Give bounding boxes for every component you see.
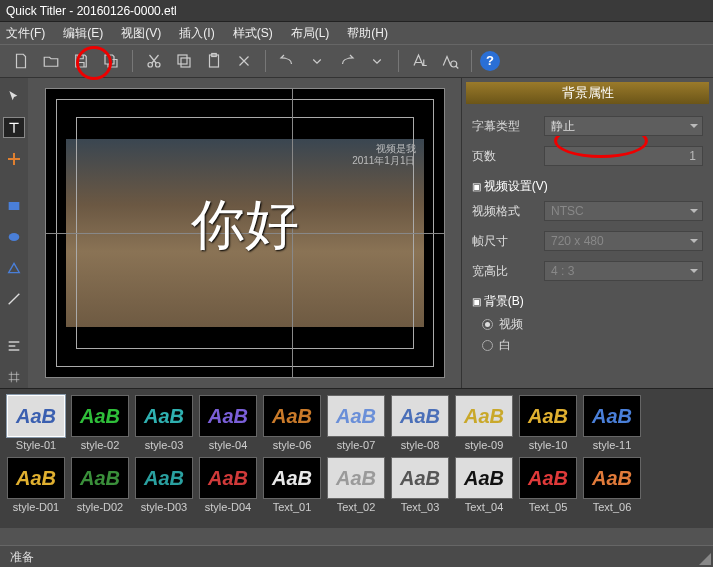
style-thumb[interactable]: AaB	[583, 457, 641, 499]
style-thumb[interactable]: AaB	[263, 457, 321, 499]
subtitle-type-dropdown[interactable]: 静止	[544, 116, 703, 136]
style-thumb[interactable]: AaB	[199, 395, 257, 437]
style-thumb[interactable]: AaB	[391, 395, 449, 437]
style-preset[interactable]: AaBStyle-01	[6, 395, 66, 451]
svg-rect-2	[178, 55, 187, 64]
style-preset[interactable]: AaBText_06	[582, 457, 642, 513]
style-preset[interactable]: AaBstyle-02	[70, 395, 130, 451]
style-preset[interactable]: AaBstyle-06	[262, 395, 322, 451]
new-icon[interactable]	[8, 48, 34, 74]
undo-dropdown-icon[interactable]	[304, 48, 330, 74]
paste-icon[interactable]	[201, 48, 227, 74]
style-thumb[interactable]: AaB	[135, 395, 193, 437]
menu-style[interactable]: 样式(S)	[233, 22, 273, 44]
style-thumb[interactable]: AaB	[71, 395, 129, 437]
video-format-dropdown[interactable]: NTSC	[544, 201, 703, 221]
rect-tool-icon[interactable]	[3, 195, 25, 216]
subtitle-type-label: 字幕类型	[472, 118, 544, 135]
menu-view[interactable]: 视图(V)	[121, 22, 161, 44]
pages-field[interactable]: 1	[544, 146, 703, 166]
save-as-icon[interactable]	[98, 48, 124, 74]
title-canvas[interactable]: 视频是我 2011年1月1日 你好	[45, 88, 445, 378]
style-label: Text_04	[465, 501, 504, 513]
separator	[265, 50, 266, 72]
style-preset[interactable]: AaBstyle-10	[518, 395, 578, 451]
style-thumb[interactable]: AaB	[583, 395, 641, 437]
menu-help[interactable]: 帮助(H)	[347, 22, 388, 44]
grid-tool-icon[interactable]	[3, 367, 25, 388]
style-thumb[interactable]: AaB	[135, 457, 193, 499]
crosshair-tool-icon[interactable]	[3, 148, 25, 169]
text-style-icon[interactable]	[407, 48, 433, 74]
style-thumb[interactable]: AaB	[519, 395, 577, 437]
menu-insert[interactable]: 插入(I)	[179, 22, 214, 44]
copy-icon[interactable]	[171, 48, 197, 74]
background-section[interactable]: 背景(B)	[466, 289, 709, 314]
pointer-tool-icon[interactable]	[3, 86, 25, 107]
menu-edit[interactable]: 编辑(E)	[63, 22, 103, 44]
style-preset[interactable]: AaBstyle-04	[198, 395, 258, 451]
style-label: style-D02	[77, 501, 123, 513]
style-preset[interactable]: AaBText_04	[454, 457, 514, 513]
style-preset[interactable]: AaBstyle-D03	[134, 457, 194, 513]
style-preset[interactable]: AaBText_05	[518, 457, 578, 513]
style-label: style-03	[145, 439, 184, 451]
style-preset[interactable]: AaBstyle-D02	[70, 457, 130, 513]
style-preset[interactable]: AaBstyle-11	[582, 395, 642, 451]
delete-icon[interactable]	[231, 48, 257, 74]
style-preset[interactable]: AaBstyle-03	[134, 395, 194, 451]
radio-off-icon	[482, 340, 493, 351]
redo-dropdown-icon[interactable]	[364, 48, 390, 74]
style-thumb[interactable]: AaB	[71, 457, 129, 499]
status-bar: 准备	[0, 545, 713, 567]
title-text[interactable]: 你好	[191, 189, 299, 262]
cut-icon[interactable]	[141, 48, 167, 74]
svg-rect-7	[9, 202, 20, 210]
style-thumb[interactable]: AaB	[263, 395, 321, 437]
style-preset[interactable]: AaBstyle-09	[454, 395, 514, 451]
style-preset[interactable]: AaBText_02	[326, 457, 386, 513]
open-icon[interactable]	[38, 48, 64, 74]
style-preset[interactable]: AaBstyle-07	[326, 395, 386, 451]
style-label: style-06	[273, 439, 312, 451]
aspect-dropdown[interactable]: 4 : 3	[544, 261, 703, 281]
style-thumb[interactable]: AaB	[391, 457, 449, 499]
text-tool-icon[interactable]	[3, 117, 25, 138]
ellipse-tool-icon[interactable]	[3, 226, 25, 247]
menu-file[interactable]: 文件(F)	[6, 22, 45, 44]
style-label: Text_01	[273, 501, 312, 513]
redo-icon[interactable]	[334, 48, 360, 74]
style-preset[interactable]: AaBstyle-D01	[6, 457, 66, 513]
style-thumb[interactable]: AaB	[199, 457, 257, 499]
style-label: style-11	[593, 439, 632, 451]
style-thumb[interactable]: AaB	[455, 395, 513, 437]
style-thumb[interactable]: AaB	[455, 457, 513, 499]
properties-header: 背景属性	[466, 82, 709, 104]
toolbar: ?	[0, 44, 713, 78]
resize-grip-icon[interactable]	[699, 553, 711, 565]
style-thumb[interactable]: AaB	[327, 395, 385, 437]
aspect-label: 宽高比	[472, 263, 544, 280]
align-tool-icon[interactable]	[3, 336, 25, 357]
style-preset[interactable]: AaBstyle-08	[390, 395, 450, 451]
style-thumb[interactable]: AaB	[519, 457, 577, 499]
style-thumb[interactable]: AaB	[7, 395, 65, 437]
tool-palette	[0, 78, 28, 388]
line-tool-icon[interactable]	[3, 289, 25, 310]
separator	[471, 50, 472, 72]
style-thumb[interactable]: AaB	[327, 457, 385, 499]
style-preset[interactable]: AaBText_01	[262, 457, 322, 513]
menu-layout[interactable]: 布局(L)	[291, 22, 330, 44]
radio-video[interactable]: 视频	[466, 314, 709, 335]
undo-icon[interactable]	[274, 48, 300, 74]
help-icon[interactable]: ?	[480, 51, 500, 71]
radio-white[interactable]: 白	[466, 335, 709, 356]
style-preset[interactable]: AaBstyle-D04	[198, 457, 258, 513]
frame-size-dropdown[interactable]: 720 x 480	[544, 231, 703, 251]
find-text-icon[interactable]	[437, 48, 463, 74]
save-icon[interactable]	[68, 48, 94, 74]
video-settings-section[interactable]: 视频设置(V)	[466, 174, 709, 199]
style-preset[interactable]: AaBText_03	[390, 457, 450, 513]
style-thumb[interactable]: AaB	[7, 457, 65, 499]
triangle-tool-icon[interactable]	[3, 258, 25, 279]
